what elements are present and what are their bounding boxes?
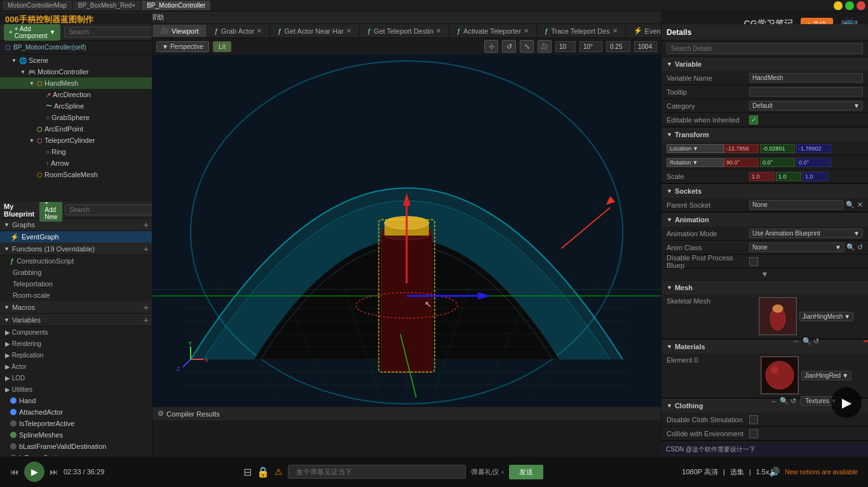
functions-add-icon[interactable]: +: [144, 244, 149, 254]
video-play-overlay[interactable]: ▶: [831, 387, 862, 418]
rotation-z-input[interactable]: [796, 158, 831, 167]
tree-item-arcdirection[interactable]: ↗ ArcDirection: [0, 89, 153, 100]
angle-snap-input[interactable]: [580, 41, 602, 52]
variables-add-icon[interactable]: +: [144, 315, 149, 325]
event-graph-item[interactable]: ⚡ EventGraph: [0, 231, 153, 243]
var-attached-actor[interactable]: AttachedActor: [0, 406, 153, 418]
category-dropdown[interactable]: Default ▼: [749, 101, 863, 110]
rotation-y-input[interactable]: [760, 158, 795, 167]
compiler-results-tab[interactable]: Compiler Results: [166, 410, 220, 418]
material-dropdown[interactable]: JianHingRed ▼: [801, 371, 851, 380]
var-name-input[interactable]: [749, 73, 863, 83]
search-material-icon[interactable]: 🔍: [780, 397, 789, 405]
anim-mode-dropdown[interactable]: Use Animation Blueprint ▼: [749, 229, 863, 238]
blueprint-search-input[interactable]: [65, 204, 153, 215]
tab-activate-teleporter[interactable]: ƒ Activate Teleporter ✕: [449, 25, 537, 37]
reset-material-icon[interactable]: ↺: [790, 397, 796, 405]
var-is-teleporter-active[interactable]: IsTeleporterActive: [0, 418, 153, 429]
var-actor[interactable]: ▶ Actor: [0, 361, 153, 372]
graphs-add-icon[interactable]: +: [144, 220, 149, 230]
macros-section-header[interactable]: ▼ Macros +: [0, 301, 153, 314]
scale-y-input[interactable]: [776, 172, 801, 181]
trace-close-icon[interactable]: ✕: [613, 27, 618, 34]
blueprint-add-button[interactable]: + Add New: [39, 202, 62, 222]
search-socket-icon[interactable]: 🔍: [846, 201, 855, 209]
tree-item-grabsphere[interactable]: ○ GrabSphere: [0, 112, 153, 123]
lit-button[interactable]: Lit: [213, 41, 231, 52]
var-spline-meshes[interactable]: SplineMeshes: [0, 429, 153, 441]
scale-x-input[interactable]: [749, 172, 775, 181]
reset-anim-icon[interactable]: ↺: [857, 243, 863, 251]
tree-item-teleportcylinder[interactable]: ▼ ⬡ TeleportCylinder: [0, 135, 153, 146]
sockets-section-header[interactable]: ▼ Sockets: [661, 184, 868, 198]
tab-grab-actor[interactable]: ƒ Grab Actor ✕: [207, 25, 271, 37]
tree-item-arrow[interactable]: ↑ Arrow: [0, 157, 153, 169]
tree-item-scene[interactable]: ▼ 🌐 Scene: [0, 55, 153, 66]
send-danmaku-button[interactable]: 发送: [509, 465, 543, 479]
tab-get-teleport[interactable]: ƒ Get Teleport Destin ✕: [360, 25, 449, 37]
collide-env-checkbox[interactable]: [749, 429, 758, 438]
minimize-button[interactable]: [834, 1, 843, 10]
skeletal-mesh-dropdown[interactable]: JianHingMesh ▼: [799, 312, 853, 321]
tree-item-roomscalemesh[interactable]: ⬡ RoomScaleMesh: [0, 169, 153, 180]
reset-skeletal-icon[interactable]: ↺: [813, 337, 819, 345]
scale-z-input[interactable]: [803, 172, 828, 181]
teleportation-item[interactable]: Teleportation: [0, 278, 153, 290]
editable-checkbox[interactable]: ✓: [749, 116, 758, 124]
variables-section-header[interactable]: ▼ Variables +: [0, 314, 153, 326]
tab-event-graph[interactable]: ⚡ Event Graph ✕: [626, 25, 661, 37]
getteleport-close-icon[interactable]: ✕: [436, 27, 441, 34]
getactor-close-icon[interactable]: ✕: [346, 27, 351, 34]
tab-bp-boxmesh[interactable]: BP_BoxMesh_Red+: [73, 1, 140, 10]
graphs-section-header[interactable]: ▼ Graphs +: [0, 218, 153, 231]
room-scale-item[interactable]: Room-scale: [0, 290, 153, 301]
rotate-tool-btn[interactable]: ↺: [502, 40, 516, 53]
disable-cloth-checkbox[interactable]: [749, 415, 758, 424]
var-components[interactable]: ▶ Components: [0, 326, 153, 338]
var-utilities[interactable]: ▶ Utilities: [0, 384, 153, 395]
viewport-type-btn[interactable]: ▼ Perspective: [156, 41, 209, 52]
details-search-input[interactable]: [667, 43, 863, 54]
var-rendering[interactable]: ▶ Rendering: [0, 338, 153, 349]
location-y-input[interactable]: [760, 144, 795, 153]
construction-script-item[interactable]: ƒ ConstructionScript: [0, 255, 153, 267]
mesh-section-header[interactable]: ▼ Mesh: [661, 281, 868, 295]
scale-tool-btn[interactable]: ⤡: [520, 40, 534, 53]
functions-section-header[interactable]: ▼ Functions (19 Overridable) +: [0, 243, 153, 255]
browse-skeletal-icon[interactable]: ←: [794, 337, 801, 345]
var-hand[interactable]: Hand: [0, 395, 153, 406]
add-component-button[interactable]: + + Add Component ▼: [4, 24, 60, 41]
var-replication[interactable]: ▶ Replication: [0, 349, 153, 361]
disable-post-checkbox[interactable]: [749, 257, 758, 266]
tab-viewport[interactable]: 🎥 Viewport: [153, 25, 207, 37]
tab-trace-teleport[interactable]: ƒ Trace Teleport Des ✕: [537, 25, 625, 37]
var-last-frame[interactable]: bLastFrameValidDestination: [0, 441, 153, 452]
anim-expand-arrow[interactable]: ▼: [661, 269, 868, 280]
variable-section-header[interactable]: ▼ Variable: [661, 57, 868, 71]
tree-item-motion-controller[interactable]: ▼ 🎮 MotionController: [0, 66, 153, 77]
danmaku-settings-icon[interactable]: 🔒: [257, 466, 269, 478]
location-x-input[interactable]: [724, 144, 759, 153]
var-lod[interactable]: ▶ LOD: [0, 372, 153, 384]
tab-get-actor[interactable]: ƒ Get Actor Near Har ✕: [270, 25, 360, 37]
play-pause-button[interactable]: ▶: [24, 462, 44, 482]
clear-socket-icon[interactable]: ✕: [857, 201, 863, 209]
tree-item-arcspline[interactable]: 〜 ArcSpline: [0, 100, 153, 112]
maximize-button[interactable]: [845, 1, 854, 10]
close-button[interactable]: [857, 1, 865, 10]
danmaku-gift-button[interactable]: 弹幕礼仪 ›: [471, 467, 504, 477]
anim-class-dropdown[interactable]: None ▼: [749, 243, 844, 252]
rotation-label-btn[interactable]: Rotation ▼: [667, 158, 724, 167]
transform-section-header[interactable]: ▼ Transform: [661, 128, 868, 142]
camera-speed-btn[interactable]: 🎥: [538, 40, 552, 53]
tree-item-arcendpoint[interactable]: ⬡ ArcEndPoint: [0, 123, 153, 135]
prev-button[interactable]: ⏮: [10, 467, 19, 477]
camera-fov-input[interactable]: [634, 41, 657, 52]
tab-bp-motion-controller[interactable]: BP_MotionController: [142, 1, 210, 10]
tree-item-handmesh[interactable]: ▼ ⬡ HandMesh: [0, 77, 153, 89]
search-anim-icon[interactable]: 🔍: [846, 243, 855, 251]
danmaku-icon[interactable]: ⊟: [243, 466, 252, 478]
parent-socket-dropdown[interactable]: None: [749, 200, 843, 210]
macros-add-icon[interactable]: +: [144, 302, 149, 312]
scale-snap-input[interactable]: [606, 41, 630, 52]
